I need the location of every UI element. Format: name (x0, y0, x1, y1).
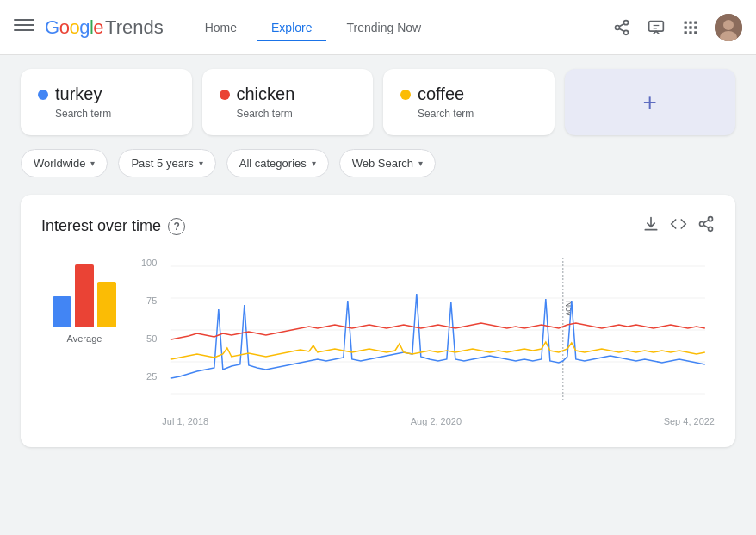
chart-title-row: Interest over time ? (41, 217, 185, 235)
x-label-2020: Aug 2, 2020 (411, 416, 462, 426)
filter-search-type-chevron: ▾ (418, 159, 423, 168)
turkey-type: Search term (38, 108, 175, 120)
y-axis: 100 75 50 25 (141, 258, 157, 426)
svg-rect-18 (689, 31, 691, 34)
svg-rect-17 (685, 31, 687, 34)
share-icon[interactable] (611, 17, 632, 38)
nav-explore[interactable]: Explore (257, 14, 325, 41)
coffee-type: Search term (400, 108, 537, 120)
svg-point-26 (709, 227, 713, 231)
nav-home[interactable]: Home (191, 14, 251, 41)
x-label-2018: Jul 1, 2018 (162, 416, 208, 426)
bar-turkey (53, 296, 71, 327)
turkey-name: turkey (55, 84, 102, 104)
header-actions (611, 14, 742, 41)
filter-time-label: Past 5 years (131, 157, 193, 170)
y-label-25: 25 (141, 371, 157, 382)
svg-point-21 (723, 20, 734, 30)
filter-category-label: All categories (239, 157, 307, 170)
chart-header: Interest over time ? (41, 215, 715, 237)
svg-rect-0 (14, 19, 34, 21)
line-chart-svg: Nov (162, 258, 715, 413)
turkey-dot (38, 90, 48, 100)
filter-category[interactable]: All categories ▾ (226, 149, 329, 177)
chicken-name: chicken (237, 84, 295, 104)
svg-wrapper: Nov Jul 1, 2018 Aug 2, 2020 (162, 258, 715, 426)
svg-rect-2 (14, 29, 34, 31)
x-label-2022: Sep 4, 2022 (664, 416, 715, 426)
svg-rect-1 (14, 24, 34, 26)
filter-row: Worldwide ▾ Past 5 years ▾ All categorie… (21, 149, 735, 177)
chart-body: Average 100 75 50 25 (41, 258, 715, 426)
search-terms-row: turkey Search term chicken Search term c… (21, 69, 735, 135)
svg-point-5 (624, 30, 629, 34)
bar-chart (53, 258, 116, 327)
download-icon[interactable] (642, 215, 660, 237)
coffee-dot (400, 90, 411, 100)
filter-search-type-label: Web Search (352, 157, 413, 170)
svg-point-4 (616, 25, 620, 29)
nav-trending[interactable]: Trending Now (333, 14, 436, 41)
logo[interactable]: Google Trends (45, 16, 164, 39)
chart-section: Interest over time ? (21, 195, 735, 447)
x-axis: Jul 1, 2018 Aug 2, 2020 Sep 4, 2022 (162, 413, 715, 426)
chart-title: Interest over time (41, 217, 161, 235)
filter-search-type[interactable]: Web Search ▾ (339, 149, 436, 177)
main-nav: Home Explore Trending Now (191, 14, 611, 41)
filter-category-chevron: ▾ (312, 159, 316, 168)
filter-time[interactable]: Past 5 years ▾ (118, 149, 215, 177)
svg-rect-12 (689, 21, 691, 23)
line-chart-inner: 100 75 50 25 (141, 258, 715, 426)
search-term-chicken[interactable]: chicken Search term (202, 69, 374, 135)
svg-line-6 (619, 28, 624, 31)
main-content: turkey Search term chicken Search term c… (0, 55, 756, 461)
coffee-name: coffee (418, 84, 464, 104)
help-icon[interactable]: ? (168, 218, 185, 235)
svg-point-25 (700, 222, 704, 227)
svg-rect-13 (694, 21, 697, 23)
logo-trends-text: Trends (105, 16, 164, 39)
filter-location-chevron: ▾ (90, 159, 95, 168)
menu-icon[interactable] (14, 15, 34, 40)
y-label-100: 100 (141, 258, 157, 268)
y-label-75: 75 (141, 295, 157, 306)
svg-rect-11 (685, 21, 687, 23)
embed-icon[interactable] (670, 215, 687, 237)
add-term-icon: + (643, 89, 657, 116)
bar-chicken (75, 264, 94, 327)
svg-rect-8 (649, 21, 664, 31)
avatar[interactable] (715, 14, 742, 41)
average-chart: Average (41, 258, 127, 426)
avg-label: Average (67, 333, 102, 344)
add-term-card[interactable]: + (565, 69, 736, 135)
bar-coffee (97, 282, 116, 327)
svg-rect-15 (689, 26, 691, 28)
filter-time-chevron: ▾ (199, 159, 203, 168)
filter-location[interactable]: Worldwide ▾ (21, 149, 108, 177)
chicken-type: Search term (220, 108, 356, 120)
chart-actions (642, 215, 715, 237)
header: Google Trends Home Explore Trending Now (0, 0, 756, 55)
svg-rect-19 (694, 31, 697, 34)
svg-point-24 (709, 217, 713, 221)
search-term-turkey[interactable]: turkey Search term (21, 69, 192, 135)
svg-line-28 (703, 220, 709, 222)
chicken-dot (220, 90, 230, 100)
search-term-coffee[interactable]: coffee Search term (383, 69, 555, 135)
svg-rect-14 (685, 26, 687, 28)
svg-point-3 (624, 20, 629, 24)
chart-share-icon[interactable] (697, 215, 715, 237)
feedback-icon[interactable] (646, 17, 666, 38)
y-label-50: 50 (141, 333, 157, 344)
line-chart-container: 100 75 50 25 (141, 258, 715, 426)
filter-location-label: Worldwide (34, 157, 85, 170)
svg-rect-16 (694, 26, 697, 28)
apps-icon[interactable] (680, 17, 701, 38)
svg-line-27 (703, 225, 709, 227)
svg-line-7 (619, 23, 624, 26)
